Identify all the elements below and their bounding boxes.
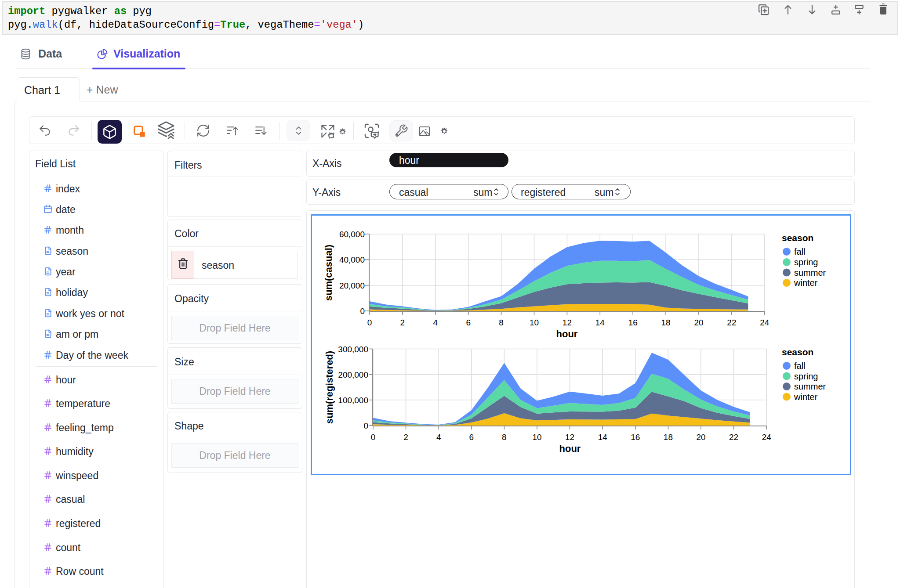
svg-text:0: 0 xyxy=(363,421,368,430)
svg-text:0: 0 xyxy=(360,307,365,316)
svg-text:2: 2 xyxy=(403,433,408,442)
svg-text:0: 0 xyxy=(371,433,376,442)
svg-text:8: 8 xyxy=(502,433,507,442)
svg-text:14: 14 xyxy=(595,318,605,327)
svg-text:2: 2 xyxy=(400,318,405,327)
svg-text:40,000: 40,000 xyxy=(339,255,365,264)
svg-text:16: 16 xyxy=(628,318,638,327)
svg-text:24: 24 xyxy=(760,318,769,327)
svg-text:sum(casual): sum(casual) xyxy=(323,245,334,301)
svg-text:summer: summer xyxy=(794,268,826,278)
svg-text:4: 4 xyxy=(433,318,438,327)
svg-text:200,000: 200,000 xyxy=(338,370,368,379)
svg-text:100,000: 100,000 xyxy=(338,396,368,405)
svg-text:summer: summer xyxy=(794,382,826,391)
svg-text:16: 16 xyxy=(631,433,640,442)
svg-text:fall: fall xyxy=(794,361,806,371)
svg-text:22: 22 xyxy=(729,433,738,442)
svg-text:4: 4 xyxy=(436,433,441,442)
svg-text:12: 12 xyxy=(565,433,574,442)
svg-text:20: 20 xyxy=(696,433,705,442)
svg-text:20,000: 20,000 xyxy=(339,281,365,290)
svg-text:24: 24 xyxy=(762,433,772,442)
svg-text:14: 14 xyxy=(598,433,608,442)
svg-text:300,000: 300,000 xyxy=(338,345,368,354)
svg-text:6: 6 xyxy=(466,318,471,327)
svg-text:fall: fall xyxy=(794,247,806,256)
svg-text:10: 10 xyxy=(530,318,539,327)
svg-text:6: 6 xyxy=(469,433,474,442)
svg-text:10: 10 xyxy=(532,433,541,442)
svg-text:winter: winter xyxy=(794,392,818,402)
svg-text:18: 18 xyxy=(664,433,673,442)
svg-text:18: 18 xyxy=(661,318,671,327)
svg-text:sum(registered): sum(registered) xyxy=(324,351,335,424)
svg-text:12: 12 xyxy=(562,318,572,327)
svg-text:winter: winter xyxy=(794,278,818,288)
svg-text:20: 20 xyxy=(694,318,703,327)
svg-text:hour: hour xyxy=(556,328,578,339)
svg-text:0: 0 xyxy=(367,318,372,327)
svg-text:hour: hour xyxy=(559,443,581,454)
svg-text:spring: spring xyxy=(794,257,818,267)
svg-text:season: season xyxy=(782,347,813,357)
svg-text:60,000: 60,000 xyxy=(339,230,365,239)
svg-text:22: 22 xyxy=(727,318,736,327)
svg-text:8: 8 xyxy=(499,318,504,327)
svg-text:spring: spring xyxy=(794,372,818,381)
svg-text:season: season xyxy=(782,233,813,243)
